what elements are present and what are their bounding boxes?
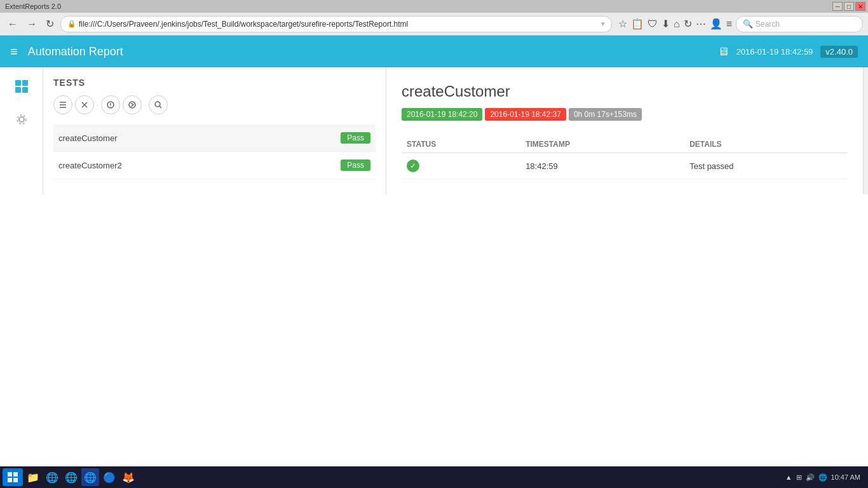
skip-filter-icon bbox=[128, 100, 137, 109]
sidebar-item-dashboard[interactable] bbox=[10, 75, 33, 98]
address-url: file:///C:/Users/Praveen/.jenkins/jobs/T… bbox=[79, 20, 599, 29]
header-version: v2.40.0 bbox=[820, 46, 858, 58]
window-title: ExtentReports 2.0 bbox=[3, 3, 832, 10]
app-title: Automation Report bbox=[28, 45, 707, 58]
search-filter-icon bbox=[154, 100, 163, 109]
col-timestamp: TIMESTAMP bbox=[520, 136, 684, 153]
filter-search-button[interactable] bbox=[149, 95, 168, 114]
header-datetime: 2016-01-19 18:42:59 bbox=[736, 47, 813, 57]
svg-rect-3 bbox=[22, 87, 28, 93]
svg-rect-0 bbox=[15, 80, 21, 86]
more-icon[interactable]: ⋯ bbox=[696, 18, 706, 30]
refresh-button[interactable]: ↻ bbox=[43, 17, 57, 31]
shield-icon[interactable]: 🛡 bbox=[648, 18, 658, 30]
svg-line-16 bbox=[159, 106, 161, 108]
hamburger-menu[interactable]: ≡ bbox=[10, 44, 18, 59]
col-status: STATUS bbox=[402, 136, 520, 153]
header-right: 🖥 2016-01-19 18:42:59 v2.40.0 bbox=[717, 45, 858, 58]
tests-panel: TESTS · bbox=[43, 67, 386, 194]
menu-icon[interactable]: ≡ bbox=[726, 18, 732, 30]
svg-rect-2 bbox=[15, 87, 21, 93]
test-item-createcustomer[interactable]: createCustomer Pass bbox=[53, 125, 376, 152]
search-placeholder: Search bbox=[756, 20, 780, 29]
back-button[interactable]: ← bbox=[5, 17, 20, 31]
grid-icon bbox=[15, 79, 29, 93]
filter-skip-button[interactable] bbox=[123, 95, 142, 114]
windows-titlebar: ExtentReports 2.0 ─ □ ✕ bbox=[0, 0, 868, 13]
filter-all-button[interactable] bbox=[53, 95, 72, 114]
svg-point-14 bbox=[129, 102, 135, 108]
warning-filter-icon bbox=[106, 100, 115, 109]
pass-icon: ✓ bbox=[407, 159, 419, 172]
log-table: STATUS TIMESTAMP DETAILS ✓ 18:42:59 Test… bbox=[402, 136, 848, 179]
lock-icon: 🔒 bbox=[67, 20, 76, 28]
duration-badge: 0h 0m 17s+153ms bbox=[569, 108, 642, 121]
reading-list-icon[interactable]: 📋 bbox=[631, 18, 644, 30]
main-content: TESTS · bbox=[0, 67, 868, 194]
test-item-createcustomer2[interactable]: createCustomer2 Pass bbox=[53, 152, 376, 179]
maximize-button[interactable]: □ bbox=[844, 2, 854, 11]
download-icon[interactable]: ⬇ bbox=[661, 18, 670, 30]
sidebar bbox=[0, 67, 43, 194]
close-button[interactable]: ✕ bbox=[855, 2, 865, 11]
gear-icon bbox=[15, 112, 29, 126]
app-header: ≡ Automation Report 🖥 2016-01-19 18:42:5… bbox=[0, 36, 868, 67]
detail-badges: 2016-01-19 18:42:20 2016-01-19 18:42:37 … bbox=[402, 108, 848, 121]
nav-icons: ☆ 📋 🛡 ⬇ ⌂ ↻ ⋯ 👤 ≡ bbox=[618, 18, 732, 30]
minimize-button[interactable]: ─ bbox=[832, 2, 843, 11]
bookmark-icon[interactable]: ☆ bbox=[618, 18, 627, 30]
log-status-1: ✓ bbox=[402, 153, 520, 179]
sidebar-item-settings[interactable] bbox=[10, 108, 33, 131]
search-icon: 🔍 bbox=[743, 19, 753, 29]
app-wrapper: ≡ Automation Report 🖥 2016-01-19 18:42:5… bbox=[0, 36, 868, 194]
filter-warning-button[interactable] bbox=[101, 95, 120, 114]
search-bar[interactable]: 🔍 Search bbox=[736, 16, 863, 32]
end-time-badge: 2016-01-19 18:42:37 bbox=[485, 108, 566, 121]
col-details: DETAILS bbox=[684, 136, 848, 153]
list-filter-icon bbox=[58, 100, 67, 109]
detail-panel: createCustomer 2016-01-19 18:42:20 2016-… bbox=[386, 67, 863, 194]
home-icon[interactable]: ⌂ bbox=[674, 18, 680, 30]
filter-dot-1: · bbox=[97, 102, 98, 109]
dropdown-icon: ▾ bbox=[601, 20, 605, 28]
svg-point-13 bbox=[110, 106, 111, 107]
svg-point-4 bbox=[19, 117, 24, 122]
detail-title: createCustomer bbox=[402, 83, 848, 100]
account-icon[interactable]: 👤 bbox=[710, 18, 722, 30]
start-time-badge: 2016-01-19 18:42:20 bbox=[402, 108, 482, 121]
test-name-2: createCustomer2 bbox=[58, 161, 122, 170]
browser-nav-bar: ← → ↻ 🔒 file:///C:/Users/Praveen/.jenkin… bbox=[0, 13, 868, 36]
sync-icon[interactable]: ↻ bbox=[684, 18, 692, 30]
filter-fail-button[interactable] bbox=[75, 95, 94, 114]
log-row-1: ✓ 18:42:59 Test passed bbox=[402, 153, 848, 179]
svg-point-15 bbox=[155, 102, 160, 107]
svg-rect-1 bbox=[22, 80, 28, 86]
filter-dot-2: · bbox=[144, 102, 146, 109]
monitor-icon[interactable]: 🖥 bbox=[717, 45, 729, 58]
test-badge-2: Pass bbox=[341, 159, 370, 171]
test-list: createCustomer Pass createCustomer2 Pass bbox=[53, 125, 376, 179]
log-timestamp-1: 18:42:59 bbox=[520, 153, 684, 179]
tests-title: TESTS bbox=[53, 78, 376, 88]
x-filter-icon bbox=[80, 100, 89, 109]
address-bar[interactable]: 🔒 file:///C:/Users/Praveen/.jenkins/jobs… bbox=[60, 16, 612, 32]
test-name-1: createCustomer bbox=[58, 133, 117, 143]
forward-button[interactable]: → bbox=[24, 17, 39, 31]
scrollbar[interactable] bbox=[863, 67, 868, 194]
log-details-1: Test passed bbox=[684, 153, 848, 179]
test-badge-1: Pass bbox=[341, 132, 370, 144]
window-controls: ─ □ ✕ bbox=[832, 2, 865, 11]
filter-row: · · bbox=[53, 95, 376, 114]
